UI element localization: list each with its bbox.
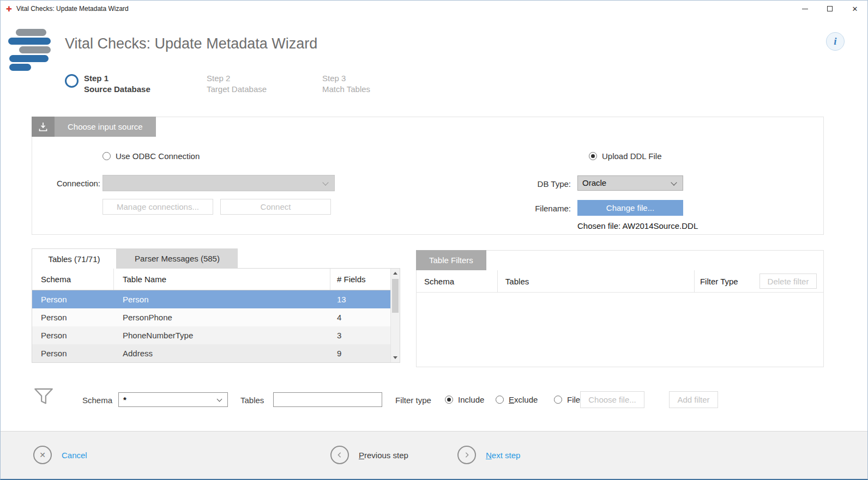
tables-grid-header: Schema Table Name # Fields <box>32 269 390 290</box>
scrollbar-thumb[interactable] <box>392 279 399 313</box>
connect-button[interactable]: Connect <box>220 199 331 215</box>
table-row[interactable]: Person PhoneNumberType 3 <box>32 326 390 344</box>
table-filters-header: Table Filters <box>416 250 486 270</box>
chosen-file-text: Chosen file: AW2014Source.DDL <box>577 221 698 230</box>
table-row[interactable]: Person Address 9 <box>32 344 390 362</box>
next-step-label: Next step <box>486 451 520 460</box>
column-header-fields[interactable]: # Fields <box>330 269 390 290</box>
db-type-label: DB Type: <box>522 179 571 189</box>
cell-table-name: Address <box>114 344 330 362</box>
upload-ddl-radio[interactable]: Upload DDL File <box>589 151 662 161</box>
download-icon <box>32 117 55 137</box>
logo-bar <box>9 55 49 62</box>
change-file-button[interactable]: Change file... <box>577 200 683 216</box>
titlebar: ✚ Vital Checks: Update Metadata Wizard ✕ <box>1 1 867 17</box>
step-label: Step 3 <box>322 73 370 84</box>
exclude-radio-label: Exclude <box>509 395 538 404</box>
table-row[interactable]: Person PersonPhone 4 <box>32 308 390 326</box>
odbc-radio[interactable]: Use ODBC Connection <box>103 151 200 161</box>
scroll-up-icon[interactable] <box>391 269 400 278</box>
choose-file-button[interactable]: Choose file... <box>580 391 644 408</box>
filename-label: Filename: <box>522 204 571 213</box>
minimize-icon <box>802 9 808 9</box>
close-button[interactable]: ✕ <box>842 1 867 17</box>
file-radio[interactable]: File <box>554 395 580 404</box>
cancel-button[interactable]: ✕ Cancel <box>33 446 87 464</box>
column-header-table-name[interactable]: Table Name <box>114 269 330 290</box>
vertical-scrollbar[interactable] <box>390 269 400 362</box>
chevron-left-icon <box>330 446 349 464</box>
radio-icon <box>103 152 111 160</box>
step-name: Source Database <box>84 84 150 95</box>
table-filters-grid-header: Schema Tables Filter Type Delete filter <box>417 270 823 293</box>
column-header-tables[interactable]: Tables <box>498 270 695 292</box>
chevron-right-icon <box>457 446 476 464</box>
step1-ring-icon <box>65 74 79 88</box>
scroll-down-icon[interactable] <box>391 353 400 362</box>
column-header-schema[interactable]: Schema <box>32 269 114 290</box>
cell-schema: Person <box>32 326 114 344</box>
radio-icon <box>445 396 453 404</box>
app-logo <box>8 29 68 72</box>
include-radio[interactable]: Include <box>445 395 484 404</box>
filter-tables-input[interactable] <box>273 392 382 407</box>
step-indicator-2: Step 2 Target Database <box>207 73 267 95</box>
next-step-button[interactable]: Next step <box>457 446 520 464</box>
table-row[interactable]: Person Person 13 <box>32 290 390 308</box>
manage-connections-button[interactable]: Manage connections... <box>103 199 213 215</box>
step-label: Step 1 <box>84 73 150 84</box>
add-filter-button[interactable]: Add filter <box>669 391 718 408</box>
table-filters-panel: Table Filters Schema Tables Filter Type … <box>416 250 824 367</box>
filter-schema-value: * <box>123 395 126 404</box>
logo-bar <box>9 64 31 71</box>
cell-table-name: Person <box>114 290 330 308</box>
maximize-button[interactable] <box>817 1 842 17</box>
db-type-value: Oracle <box>582 178 606 187</box>
cell-fields: 13 <box>330 290 390 308</box>
column-header-schema[interactable]: Schema <box>417 270 498 292</box>
include-radio-label: Include <box>458 395 484 404</box>
cell-fields: 4 <box>330 308 390 326</box>
radio-icon <box>589 152 597 160</box>
step-name: Match Tables <box>322 84 370 95</box>
previous-step-button[interactable]: Previous step <box>330 446 408 464</box>
connection-dropdown[interactable] <box>103 175 335 191</box>
tab-parser-messages[interactable]: Parser Messages (585) <box>117 248 238 269</box>
page-title: Vital Checks: Update Metadata Wizard <box>65 35 317 52</box>
input-source-header: Choose input source <box>32 117 156 137</box>
odbc-radio-label: Use ODBC Connection <box>116 151 200 161</box>
input-source-title: Choose input source <box>55 117 156 137</box>
db-type-dropdown[interactable]: Oracle <box>577 175 683 191</box>
exclude-radio[interactable]: Exclude <box>496 395 538 404</box>
tables-tabs: Tables (71/71) Parser Messages (585) <box>32 248 238 269</box>
logo-bar <box>19 46 51 53</box>
minimize-button[interactable] <box>792 1 817 17</box>
footer: ✕ Cancel Previous step Next step <box>1 431 867 479</box>
delete-filter-button[interactable]: Delete filter <box>760 274 817 289</box>
cell-schema: Person <box>32 308 114 326</box>
app-icon: ✚ <box>6 5 12 13</box>
cell-table-name: PhoneNumberType <box>114 326 330 344</box>
connection-label: Connection: <box>43 179 100 188</box>
cell-table-name: PersonPhone <box>114 308 330 326</box>
chevron-down-icon <box>217 397 222 402</box>
funnel-icon <box>32 385 55 410</box>
chevron-down-icon <box>671 179 677 185</box>
step-indicator-1: Step 1 Source Database <box>84 73 150 95</box>
filter-schema-label: Schema <box>82 396 112 405</box>
maximize-icon <box>827 6 833 11</box>
info-button[interactable]: i <box>826 32 845 51</box>
cancel-label: Cancel <box>62 451 87 460</box>
filter-schema-dropdown[interactable]: * <box>118 392 228 407</box>
upload-ddl-radio-label: Upload DDL File <box>602 151 662 161</box>
tab-tables[interactable]: Tables (71/71) <box>32 248 117 269</box>
cell-schema: Person <box>32 290 114 308</box>
logo-bar <box>8 38 51 45</box>
filter-tables-label: Tables <box>240 396 264 405</box>
previous-step-label: Previous step <box>359 451 408 460</box>
cell-schema: Person <box>32 344 114 362</box>
cell-fields: 9 <box>330 344 390 362</box>
column-header-filter-type[interactable]: Filter Type <box>695 270 760 292</box>
input-source-panel: Choose input source Use ODBC Connection … <box>32 117 824 235</box>
file-radio-label: File <box>567 395 580 404</box>
